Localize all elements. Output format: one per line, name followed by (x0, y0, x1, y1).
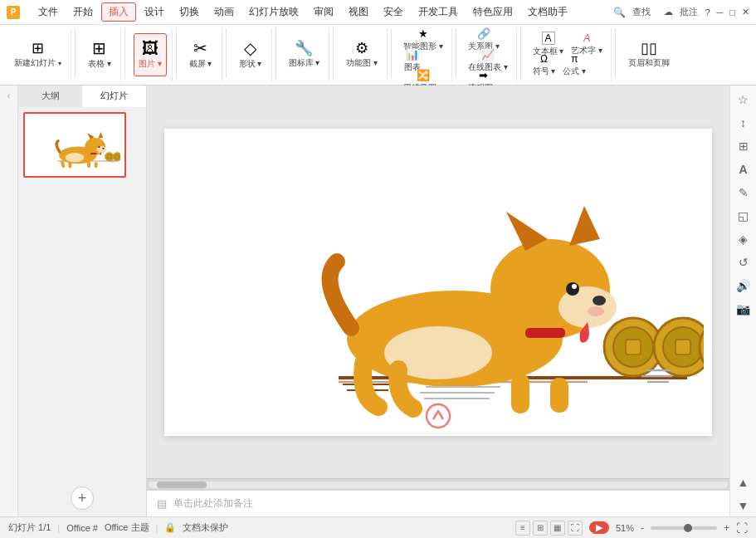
tab-slides[interactable]: 幻灯片 (82, 86, 146, 107)
onlinechart-button[interactable]: 📈 在线图表 ▾ (465, 51, 511, 71)
menu-start[interactable]: 开始 (66, 3, 100, 21)
view-buttons: ≡ ⊞ ▦ ⛶ (515, 521, 583, 536)
iconlib-button[interactable]: 🔧 图标库 ▾ (285, 33, 324, 76)
svg-point-33 (593, 296, 606, 306)
menu-switch[interactable]: 切换 (173, 3, 206, 21)
view-btn-list[interactable]: ≡ (515, 521, 530, 536)
menu-insert[interactable]: 插入 (101, 2, 136, 22)
svg-rect-20 (116, 155, 119, 158)
view-btn-grid[interactable]: ⊞ (533, 521, 548, 536)
notes-placeholder[interactable]: 单击此处添加备注 (173, 496, 253, 511)
slide-thumbnail[interactable] (23, 112, 126, 178)
add-slide-button[interactable]: + (71, 487, 94, 510)
chart-button[interactable]: 📊 图表 (400, 51, 425, 71)
view-btn-fullscreen[interactable]: ⛶ (568, 521, 583, 536)
help-btn[interactable]: ? (705, 7, 710, 17)
arttext-button[interactable]: A 艺术字 ▾ (568, 35, 606, 55)
svg-rect-40 (550, 378, 568, 413)
menu-slideshow[interactable]: 幻灯片放映 (242, 3, 305, 21)
menu-devtools[interactable]: 开发工具 (412, 3, 465, 21)
table-button[interactable]: ⊞ 表格 ▾ (84, 33, 115, 76)
menu-security[interactable]: 安全 (377, 3, 410, 21)
smartshape-icon: ★ (418, 27, 428, 40)
hscroll-track[interactable] (149, 482, 728, 488)
canvas-scroll[interactable] (147, 86, 729, 478)
svg-point-9 (99, 146, 100, 147)
menu-file[interactable]: 文件 (32, 3, 65, 21)
right-btn-expand[interactable]: ↕ (733, 112, 754, 134)
svg-rect-12 (61, 160, 66, 168)
hscroll-thumb[interactable] (157, 482, 207, 488)
search-icon[interactable]: 🔍 (613, 7, 626, 18)
shape-button[interactable]: ◇ 形状 ▾ (235, 33, 266, 76)
screenshot-button[interactable]: ✂ 截屏 ▾ (185, 33, 217, 76)
menu-view[interactable]: 视图 (342, 3, 375, 21)
zoom-slider[interactable] (651, 526, 717, 530)
notes-area[interactable]: ▤ 单击此处添加备注 (147, 490, 729, 516)
ribbon-group-items-newslide: ⊞ 新建幻灯片 ▾ (10, 30, 66, 80)
slide-preview-svg (29, 118, 120, 172)
right-btn-grid[interactable]: ⊞ (733, 135, 754, 157)
right-btn-star[interactable]: ☆ (733, 89, 754, 110)
slide-info: 幻灯片 1/1 (8, 521, 51, 534)
textbox-icon: A (542, 32, 555, 45)
menu-special[interactable]: 特色应用 (466, 3, 519, 21)
collapse-button[interactable]: ‹ (2, 89, 16, 102)
relation-button[interactable]: 🔗 关系图 ▾ (465, 30, 503, 50)
separator-5 (276, 28, 276, 78)
right-btn-sound[interactable]: 🔊 (733, 275, 754, 296)
separator-2 (124, 28, 125, 78)
zoom-thumb[interactable] (684, 524, 692, 532)
zoom-minus[interactable]: - (641, 522, 644, 534)
svg-rect-13 (68, 162, 71, 169)
theme-label: Office 主题 (105, 521, 149, 534)
formula-button[interactable]: π 公式 ▾ (559, 56, 589, 76)
office-number-label: Office # (66, 523, 98, 533)
smartshape-button[interactable]: ★ 智能图形 ▾ (400, 30, 446, 50)
right-btn-pencil[interactable]: ✎ (733, 182, 754, 203)
menu-animation[interactable]: 动画 (207, 3, 241, 21)
menu-design[interactable]: 设计 (138, 3, 171, 21)
menu-review[interactable]: 审阅 (307, 3, 340, 21)
svg-point-38 (588, 306, 604, 316)
save-cloud-icon[interactable]: ☁ (664, 7, 673, 17)
canvas-hscrollbar[interactable] (147, 478, 729, 490)
ribbon-group-screenshot: ✂ 截屏 ▾ (180, 28, 222, 81)
right-btn-settings[interactable]: ◈ (733, 228, 754, 250)
slides-list: 1 (18, 107, 146, 480)
minimize-btn[interactable]: ─ (717, 7, 724, 17)
right-btn-chevron-up[interactable]: ▲ (733, 472, 754, 493)
image-button[interactable]: 🖼 图片 ▾ (134, 33, 167, 76)
menu-dochelper[interactable]: 文档助手 (521, 3, 574, 21)
separator-7 (391, 28, 392, 78)
svg-point-2 (66, 153, 85, 162)
slides-tabs: 大纲 幻灯片 (18, 86, 146, 107)
close-btn[interactable]: ✕ (742, 7, 749, 17)
right-toolbar: ☆ ↕ ⊞ A ✎ ◱ ◈ ↺ 🔊 📷 ▲ ▼ (729, 86, 756, 516)
ribbon-group-smart: ★ 智能图形 ▾ 📊 图表 🔀 思维导图 ▾ (395, 28, 452, 81)
right-btn-text[interactable]: A (733, 159, 754, 180)
slide-canvas-inner (164, 129, 712, 436)
tab-outline[interactable]: 大纲 (18, 86, 82, 107)
status-bar: 幻灯片 1/1 | Office # Office 主题 | 🔒 文档未保护 ≡… (0, 516, 756, 538)
new-slide-button[interactable]: ⊞ 新建幻灯片 ▾ (10, 33, 66, 76)
maximize-btn[interactable]: □ (729, 7, 735, 17)
fit-icon[interactable]: ⛶ (736, 521, 748, 535)
separator-8 (456, 28, 456, 78)
right-btn-chevron-down[interactable]: ▼ (733, 495, 754, 516)
search-label[interactable]: 查找 (632, 6, 651, 18)
svg-rect-17 (108, 155, 110, 158)
headerfooter-button[interactable]: ▯▯ 页眉和页脚 (624, 33, 674, 76)
play-button[interactable]: ▶ (589, 521, 609, 534)
symbol-button[interactable]: Ω 符号 ▾ (529, 56, 559, 76)
ribbon-group-image: 🖼 图片 ▾ (129, 28, 173, 81)
right-btn-crop[interactable]: ◱ (733, 205, 754, 227)
right-btn-photo[interactable]: 📷 (733, 298, 754, 320)
right-btn-history[interactable]: ↺ (733, 252, 754, 273)
screenshot-icon: ✂ (193, 40, 207, 56)
zoom-plus[interactable]: + (724, 522, 729, 534)
funchart-button[interactable]: ⚙ 功能图 ▾ (342, 33, 382, 76)
annotate-btn[interactable]: 批注 (680, 6, 698, 18)
textbox-button[interactable]: A 文本框 ▾ (529, 35, 568, 55)
view-btn-columns[interactable]: ▦ (550, 521, 565, 536)
